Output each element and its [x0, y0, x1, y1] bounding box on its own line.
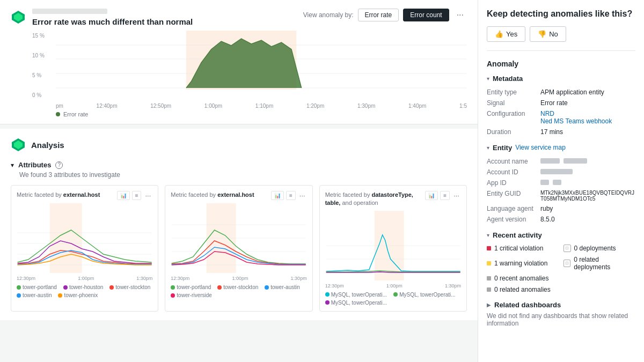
entity-table: Account name Account ID App ID: [487, 156, 635, 225]
activity-critical: 1 critical violation: [487, 243, 559, 253]
chart-card-1-title: Metric faceted by external.host: [17, 191, 100, 199]
panel-title: Error rate was much different than norma…: [32, 17, 193, 26]
chart-3-table-btn[interactable]: ≡: [440, 191, 450, 200]
x-label-1240: 12:40pm: [97, 103, 118, 109]
entity-agent-key: Agent version: [487, 216, 540, 223]
chart-1-table-btn[interactable]: ≡: [132, 191, 142, 200]
meta-duration-val: 17 mins: [540, 128, 635, 136]
activity-anomalies: 0 recent anomalies: [487, 274, 559, 283]
x-label-1250: 12:50pm: [150, 103, 171, 109]
more-options-btn[interactable]: ···: [453, 9, 467, 21]
meta-config-nrd[interactable]: NRD: [540, 110, 554, 117]
entity-lang-val: ruby: [540, 205, 635, 212]
no-button[interactable]: 👎 No: [530, 26, 566, 42]
activity-chevron: ▾: [487, 232, 489, 238]
chart-card-2-title: Metric faceted by external.host: [171, 191, 254, 199]
c1-x2: 1:00pm: [78, 276, 94, 281]
activity-warning: 1 warning violation: [487, 255, 559, 272]
entity-guid-val: MTk2Njk3MXxBUE18QVBQTEIDQVRJT058MTMyNDM1…: [540, 190, 635, 202]
x-label-100: 1:00pm: [204, 103, 222, 109]
meta-entity-type-val: APM application entity: [540, 88, 635, 96]
attributes-label: Attributes: [18, 161, 51, 169]
c1-x3: 1:30pm: [136, 276, 152, 281]
entity-account-id-val: [540, 168, 635, 176]
legend-label-error-rate: Error rate: [63, 111, 88, 117]
x-label-150: 1:5: [459, 103, 467, 109]
meta-config-webhook[interactable]: Ned MS Teams webhook: [540, 117, 612, 125]
recent-activity-label: Recent activity: [493, 231, 542, 239]
recent-activity-content: 1 critical violation □ 0 deployments 1 w…: [487, 243, 635, 294]
entity-app-id-key: App ID: [487, 179, 540, 187]
x-label-110: 1:10pm: [255, 103, 273, 109]
deploy-item-related: □ 0 related deployments: [564, 255, 636, 272]
chart-1-legend: tower-portland tower-houston tower-stock…: [17, 284, 152, 298]
warning-dot: [487, 261, 491, 265]
related-dashboards-label: Related dashboards: [494, 301, 561, 309]
chart-2-more-btn[interactable]: ···: [298, 191, 307, 200]
chart-card-1: Metric faceted by external.host 📊 ≡ ···: [11, 185, 158, 312]
small-chart-1: [17, 203, 152, 273]
x-label-pm: pm: [56, 103, 63, 109]
thumbs-up-icon: 👍: [495, 30, 503, 38]
y-label-0: 0 %: [32, 92, 45, 98]
error-rate-btn[interactable]: Error rate: [358, 9, 399, 21]
chart-1-bar-btn[interactable]: 📊: [117, 191, 130, 200]
yes-button[interactable]: 👍 Yes: [487, 26, 525, 42]
meta-entity-type-key: Entity type: [487, 88, 540, 96]
chart-2-table-btn[interactable]: ≡: [286, 191, 296, 200]
meta-signal-key: Signal: [487, 99, 540, 107]
entity-account-id-key: Account ID: [487, 168, 540, 176]
legend-dot-error-rate: [56, 112, 60, 116]
entity-guid-key: Entity GUID: [487, 190, 540, 202]
metadata-chevron: ▾: [487, 76, 489, 82]
chart-card-3-title: Metric faceted by datastoreType, table, …: [325, 191, 426, 208]
c2-x3: 1:30pm: [291, 276, 307, 281]
meta-duration-key: Duration: [487, 128, 540, 136]
meta-signal-val: Error rate: [540, 99, 635, 107]
metadata-table: Entity type APM application entity Signa…: [487, 87, 635, 137]
anomalies-dot: [487, 276, 491, 280]
entity-account-name-key: Account name: [487, 158, 540, 165]
c2-x1: 12:30pm: [171, 276, 189, 281]
entity-app-id-val: [540, 179, 635, 187]
chart-3-more-btn[interactable]: ···: [452, 191, 461, 200]
chart-3-legend: MySQL, towerOperati... MySQL, towerOpera…: [325, 292, 461, 306]
entity-lang-key: Language agent: [487, 205, 540, 212]
recent-activity-header[interactable]: ▾ Recent activity: [487, 231, 635, 239]
anomaly-title: Anomaly: [487, 60, 635, 68]
meta-config-key: Configuration: [487, 110, 540, 125]
c2-x2: 1:00pm: [232, 276, 248, 281]
x-label-140: 1:40pm: [408, 103, 426, 109]
analysis-logo: [11, 137, 26, 152]
deploy-icon-related: □: [564, 260, 571, 267]
error-count-btn[interactable]: Error count: [403, 9, 449, 21]
view-service-map-link[interactable]: View service map: [515, 144, 566, 151]
related-dashboards-header[interactable]: ▶ Related dashboards: [487, 301, 635, 309]
breadcrumb: [32, 9, 107, 14]
deploy-icon-0: □: [564, 245, 571, 252]
related-dashboards-text: We did not find any dashboards that show…: [487, 312, 635, 327]
chart-1-more-btn[interactable]: ···: [143, 191, 152, 200]
x-label-130: 1:30pm: [357, 103, 375, 109]
thumbs-down-icon: 👎: [538, 30, 546, 38]
related-anomalies-dot: [487, 287, 491, 292]
metadata-header[interactable]: ▾ Metadata: [487, 75, 635, 83]
new-relic-logo: [11, 10, 26, 25]
chart-3-bar-btn[interactable]: 📊: [425, 191, 438, 200]
chart-card-3: Metric faceted by datastoreType, table, …: [319, 185, 467, 312]
related-chevron: ▶: [487, 302, 491, 308]
attributes-toggle[interactable]: ▾: [11, 161, 14, 169]
chart-card-2: Metric faceted by external.host 📊 ≡ ···: [165, 185, 312, 312]
deploy-item-0: □ 0 deployments: [564, 243, 636, 253]
activity-related-anomalies: 0 related anomalies: [487, 285, 559, 294]
entity-account-name-val: [540, 158, 635, 165]
y-label-5: 5 %: [32, 72, 45, 78]
c1-x1: 12:30pm: [17, 276, 35, 281]
chart-2-bar-btn[interactable]: 📊: [271, 191, 284, 200]
keep-detecting-title: Keep detecting anomalies like this?: [487, 9, 635, 20]
attributes-help-icon[interactable]: ?: [55, 161, 63, 169]
c3-x1: 12:30pm: [325, 283, 344, 289]
critical-dot: [487, 246, 491, 250]
c3-x2: 1:00pm: [386, 283, 402, 289]
x-label-120: 1:20pm: [306, 103, 324, 109]
